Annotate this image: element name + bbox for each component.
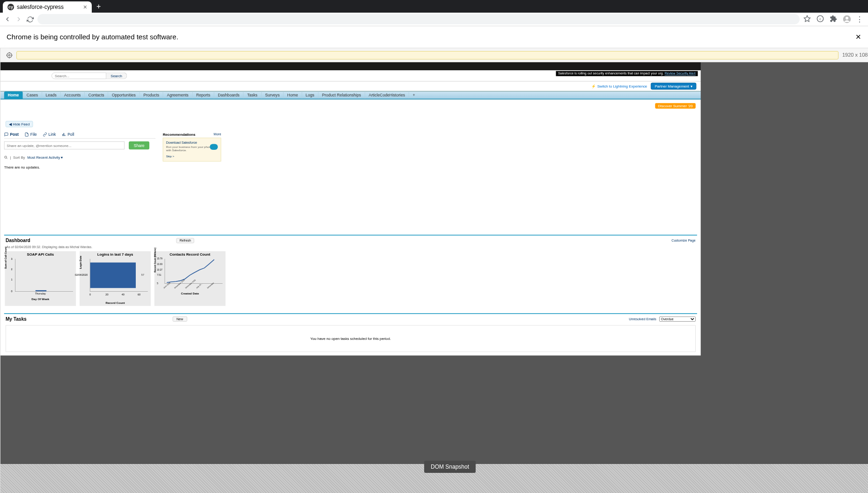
tab-opportunities[interactable]: Opportunities (108, 91, 140, 99)
selector-playground-icon[interactable] (6, 52, 13, 59)
feed-empty-message: There are no updates. (4, 165, 155, 169)
tab-contacts[interactable]: Contacts (85, 91, 108, 99)
viewport-dimensions: 1920 x 1080 (72%) i (842, 52, 868, 58)
dashboard-title: Dashboard (6, 238, 30, 243)
skip-recommendation-link[interactable]: Skip > (166, 155, 218, 158)
salesforce-tab-bar: Home Cases Leads Accounts Contacts Oppor… (0, 91, 701, 100)
tab-articlecodehistories[interactable]: ArticleCodeHistories (365, 91, 409, 99)
tab-accounts[interactable]: Accounts (60, 91, 85, 99)
refresh-dashboard-button[interactable]: Refresh (176, 238, 194, 243)
discover-release-badge[interactable]: Discover Summer '20 (655, 103, 696, 109)
svg-rect-12 (64, 133, 64, 136)
global-search-button[interactable]: Search (106, 73, 127, 79)
automation-notice-text: Chrome is being controlled by automated … (7, 33, 178, 41)
svg-rect-13 (65, 135, 65, 136)
share-button[interactable]: Share (129, 141, 149, 149)
recommendations-more-link[interactable]: More (213, 132, 221, 137)
hide-feed-button[interactable]: ◀ Hide Feed (6, 121, 33, 127)
salesforce-global-header (0, 62, 701, 70)
customize-page-link[interactable]: Customize Page (671, 239, 695, 243)
security-alert-banner: Salesforce is rolling out security enhan… (556, 71, 698, 76)
tab-title: salesforce-cypress (17, 4, 64, 10)
tab-cases[interactable]: Cases (23, 91, 42, 99)
chart-contacts-record-count[interactable]: Contacts Record Count Record Count (Mill… (154, 251, 226, 306)
link-icon (43, 132, 47, 137)
feed-post-input[interactable] (4, 141, 125, 149)
svg-point-4 (846, 17, 848, 20)
switch-to-lightning-link[interactable]: ⚡ Switch to Lightning Experience (591, 84, 647, 88)
star-icon[interactable] (803, 15, 812, 23)
unresolved-emails-link[interactable]: Unresolved Emails (629, 317, 656, 321)
svg-point-14 (5, 156, 7, 158)
back-icon[interactable] (4, 15, 11, 23)
task-filter-select[interactable]: Overdue (659, 316, 696, 322)
forward-icon[interactable] (15, 15, 22, 23)
tab-agreements[interactable]: Agreements (163, 91, 193, 99)
chart-logins-7-days[interactable]: Logins in last 7 days Login Date 02/04/2… (80, 251, 151, 306)
poll-icon (62, 132, 66, 137)
svg-text:c: c (819, 17, 821, 21)
close-tab-icon[interactable]: × (83, 3, 87, 11)
tasks-empty-message: You have no open tasks scheduled for thi… (6, 325, 696, 352)
svg-point-6 (8, 54, 10, 56)
tab-dashboards[interactable]: Dashboards (214, 91, 244, 99)
tab-product-relationships[interactable]: Product Relationships (318, 91, 365, 99)
file-icon (24, 132, 29, 137)
profile-icon[interactable] (843, 15, 851, 23)
cypress-extension-icon[interactable]: c (817, 15, 825, 23)
feed-tab-post[interactable]: Post (4, 132, 19, 137)
close-notice-icon[interactable]: ✕ (855, 33, 861, 41)
my-tasks-title: My Tasks (6, 316, 27, 322)
app-menu-button[interactable]: Partner Management ▾ (651, 83, 696, 90)
cypress-url-bar: 1920 x 1080 (72%) i (0, 48, 868, 62)
feed-tab-link[interactable]: Link (43, 132, 56, 137)
browser-toolbar: c ⋮ (0, 13, 868, 26)
svg-marker-0 (804, 15, 810, 22)
svg-point-5 (7, 52, 12, 58)
tab-surveys[interactable]: Surveys (261, 91, 283, 99)
salesforce-cloud-icon (210, 144, 218, 149)
aut-url-display[interactable] (16, 51, 839, 59)
new-task-button[interactable]: New (172, 316, 187, 322)
tab-home-2[interactable]: Home (284, 91, 302, 99)
menu-icon[interactable]: ⋮ (856, 15, 864, 23)
download-salesforce-link[interactable]: Download Salesforce (166, 141, 218, 145)
chevron-down-icon: ▾ (691, 84, 692, 88)
chart-soap-api-calls[interactable]: SOAP API Calls Sum of Call Count 3 2 1 0 (5, 251, 76, 306)
search-icon[interactable] (4, 155, 8, 159)
sort-by-dropdown[interactable]: Most Recent Activity ▾ (27, 155, 63, 160)
dashboard-meta: As of 02/04/2020 09:32. Displaying data … (4, 245, 697, 251)
automation-notice-bar: Chrome is being controlled by automated … (0, 26, 868, 48)
browser-tab[interactable]: cy salesforce-cypress × (3, 1, 92, 13)
browser-tab-strip: cy salesforce-cypress × + (0, 0, 868, 13)
tab-home[interactable]: Home (4, 91, 23, 99)
app-preview-panel: 1920 x 1080 (72%) i Salesforce is rollin… (0, 48, 868, 493)
svg-line-15 (7, 158, 7, 159)
cypress-favicon-icon: cy (7, 4, 14, 10)
chat-icon (4, 132, 8, 137)
tab-tasks[interactable]: Tasks (243, 91, 261, 99)
url-bar[interactable] (37, 14, 800, 24)
svg-rect-11 (62, 134, 63, 136)
feed-tab-poll[interactable]: Poll (62, 132, 74, 137)
extensions-icon[interactable] (830, 15, 838, 23)
new-tab-button[interactable]: + (92, 0, 105, 13)
tab-products[interactable]: Products (140, 91, 163, 99)
tab-logs[interactable]: Logs (302, 91, 318, 99)
tab-leads[interactable]: Leads (42, 91, 61, 99)
lightning-icon: ⚡ (591, 84, 596, 88)
add-tab-button[interactable]: + (409, 91, 419, 99)
chevron-down-icon: ▾ (61, 155, 63, 160)
reload-icon[interactable] (26, 15, 34, 23)
tab-reports[interactable]: Reports (192, 91, 214, 99)
dom-snapshot-tooltip: DOM Snapshot (424, 461, 476, 473)
collapse-icon: ◀ (9, 122, 12, 126)
recommendation-card: Download Salesforce Run your business fr… (163, 138, 221, 162)
feed-tab-file[interactable]: File (24, 132, 37, 137)
global-search-input[interactable] (51, 73, 106, 79)
review-security-link[interactable]: Review Security Alert (665, 72, 696, 75)
recommendations-title: Recommendations (163, 132, 196, 137)
